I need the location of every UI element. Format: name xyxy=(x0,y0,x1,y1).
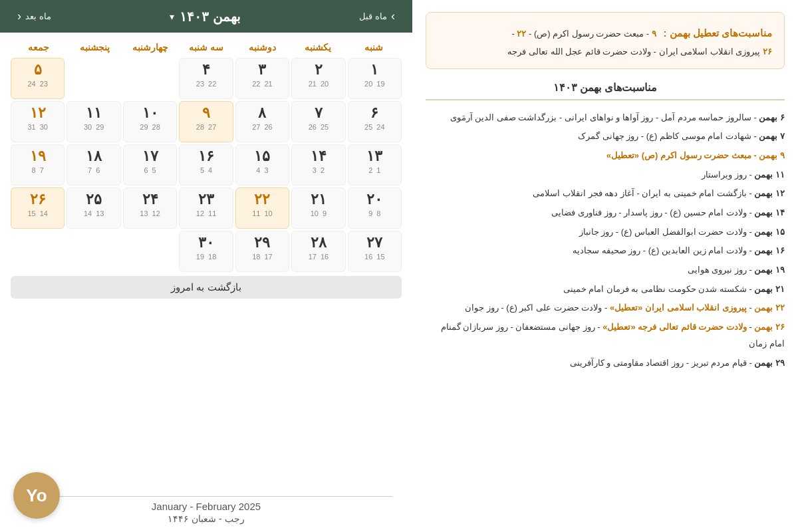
cal-day-21[interactable]: ۲۱ 910 xyxy=(291,188,345,229)
section-divider xyxy=(426,99,785,100)
nav-center: بهمن ۱۴۰۳ ▾ xyxy=(170,9,241,25)
weekday-tuesday: سه شنبه xyxy=(178,39,234,55)
calendar-grid-wrap: شنبه یکشنبه دوشنبه سه شنبه چهارشنبه پنجش… xyxy=(0,33,412,488)
cal-day-28[interactable]: ۲۸ 1617 xyxy=(291,231,345,272)
cal-day-18[interactable]: ۱۸ 67 xyxy=(66,144,120,186)
event-item: ۷ بهمن - شهادت امام موسی کاظم (ع) - روز … xyxy=(426,128,785,145)
cal-day-7[interactable]: ۷ 2526 xyxy=(291,101,345,142)
cal-day-23[interactable]: ۲۳ 1112 xyxy=(179,188,233,229)
holidays-header-title: مناسبت‌های تعطیل بهمن : xyxy=(664,27,773,39)
cal-day-25[interactable]: ۲۵ 1314 xyxy=(66,188,120,229)
empty-cell xyxy=(11,231,65,272)
avatar-initials: Yo xyxy=(26,485,47,506)
cal-day-1[interactable]: ۱ 1920 xyxy=(348,58,402,99)
chevron-right-icon: › xyxy=(391,9,395,23)
cal-day-5-empty xyxy=(123,58,177,99)
chevron-left-icon: ‹ xyxy=(17,9,21,23)
weekday-wednesday: چهارشنبه xyxy=(122,39,178,55)
footer-gregorian: January - February 2025 xyxy=(0,501,412,512)
cal-day-14[interactable]: ۱۴ 23 xyxy=(291,144,345,186)
cal-day-26[interactable]: ۲۶ 1415 xyxy=(11,188,65,229)
cal-day-15[interactable]: ۱۵ 34 xyxy=(235,144,289,186)
cal-day-2[interactable]: ۲ 2021 xyxy=(291,58,345,99)
event-item: ۱۵ بهمن - ولادت حضرت ابوالفضل العباس (ع)… xyxy=(426,224,785,241)
events-list: ۶ بهمن - سالروز حماسه مردم آمل - روز آوا… xyxy=(426,110,785,372)
calendar-nav: › ماه قبل بهمن ۱۴۰۳ ▾ ماه بعد ‹ xyxy=(0,0,412,33)
cal-day-9[interactable]: ۹ 2728 xyxy=(179,101,233,142)
weekday-friday: جمعه xyxy=(11,39,66,55)
calendar-grid: ۱ 1920 ۲ 2021 ۳ 2122 ۴ 2223 ۵ 2324 xyxy=(11,58,402,272)
cal-day-11[interactable]: ۱۱ 2930 xyxy=(66,101,120,142)
left-panel: مناسبت‌های تعطیل بهمن : ۹ - مبعث حضرت رس… xyxy=(412,0,798,532)
cal-day-10[interactable]: ۱۰ 2829 xyxy=(123,101,177,142)
cal-day-17[interactable]: ۱۷ 56 xyxy=(123,144,177,186)
month-title: بهمن ۱۴۰۳ xyxy=(180,9,241,25)
footer-hijri: رجب - شعبان ۱۴۴۶ xyxy=(0,513,412,524)
cal-day-8[interactable]: ۸ 2627 xyxy=(235,101,289,142)
weekday-monday: دوشنبه xyxy=(234,39,290,55)
cal-day-22[interactable]: ۲۲ 1011 xyxy=(235,188,289,229)
holidays-header: مناسبت‌های تعطیل بهمن : ۹ - مبعث حضرت رس… xyxy=(426,12,785,69)
cal-day-24[interactable]: ۲۴ 1213 xyxy=(123,188,177,229)
event-item: ۲۹ بهمن - قیام مردم تبریز - روز اقتصاد م… xyxy=(426,355,785,372)
avatar[interactable]: Yo xyxy=(13,472,60,519)
empty-cell xyxy=(123,231,177,272)
event-item-holiday: ۲۶ بهمن - ولادت حضرت قائم تعالی فرجه «تع… xyxy=(426,319,785,352)
cal-day-13[interactable]: ۱۳ 12 xyxy=(348,144,402,186)
calendar-footer: January - February 2025 رجب - شعبان ۱۴۴۶ xyxy=(0,488,412,532)
cal-day-20[interactable]: ۲۰ 89 xyxy=(348,188,402,229)
cal-day-5[interactable]: ۵ 2324 xyxy=(11,58,65,99)
cal-day-4[interactable]: ۴ 2223 xyxy=(179,58,233,99)
cal-day-3[interactable]: ۳ 2122 xyxy=(235,58,289,99)
cal-day-16[interactable]: ۱۶ 45 xyxy=(179,144,233,186)
cal-day-27[interactable]: ۲۷ 1516 xyxy=(348,231,402,272)
prev-month-button[interactable]: › ماه قبل xyxy=(352,7,402,26)
event-item: ۲۱ بهمن - شکسته شدن حکومت نظامی به فرمان… xyxy=(426,281,785,298)
chevron-down-icon[interactable]: ▾ xyxy=(170,11,174,22)
next-month-button[interactable]: ماه بعد ‹ xyxy=(11,7,58,26)
cal-day-5-empty2 xyxy=(66,58,120,99)
cal-day-12[interactable]: ۱۲ 3031 xyxy=(11,101,65,142)
today-button[interactable]: بازگشت به امروز xyxy=(11,276,402,299)
event-item-holiday: ۹ بهمن - مبعث حضرت رسول اکرم (ص) «تعطیل» xyxy=(426,148,785,164)
event-item: ۱۴ بهمن - ولادت امام حسین (ع) - روز پاسد… xyxy=(426,205,785,221)
event-item: ۱۹ بهمن - روز نیروی هوایی xyxy=(426,262,785,279)
event-item: ۱۶ بهمن - ولادت امام زین العابدین (ع) - … xyxy=(426,243,785,259)
header-holiday-line-2: ۲۶ پیروزی انقلاب اسلامی ایران - ولادت حض… xyxy=(438,45,772,59)
cal-day-29[interactable]: ۲۹ 1718 xyxy=(235,231,289,272)
right-panel: › ماه قبل بهمن ۱۴۰۳ ▾ ماه بعد ‹ شنبه یکش… xyxy=(0,0,412,532)
event-item: ۶ بهمن - سالروز حماسه مردم آمل - روز آوا… xyxy=(426,110,785,126)
event-item: ۱۲ بهمن - بازگشت امام خمینی به ایران - آ… xyxy=(426,186,785,202)
weekday-sunday: یکشنبه xyxy=(290,39,346,55)
weekday-headers: شنبه یکشنبه دوشنبه سه شنبه چهارشنبه پنجش… xyxy=(11,39,402,55)
weekday-saturday: شنبه xyxy=(346,39,402,55)
footer-divider xyxy=(20,496,392,497)
cal-day-30[interactable]: ۳۰ 1819 xyxy=(179,231,233,272)
cal-day-6[interactable]: ۶ 2425 xyxy=(348,101,402,142)
header-holiday-line-1: مناسبت‌های تعطیل بهمن : ۹ - مبعث حضرت رس… xyxy=(438,25,772,42)
weekday-thursday: پنجشنبه xyxy=(66,39,122,55)
event-item: ۱۱ بهمن - روز ویراستار xyxy=(426,167,785,184)
empty-cell xyxy=(66,231,120,272)
section-title: مناسبت‌های بهمن ۱۴۰۳ xyxy=(426,81,785,94)
cal-day-19[interactable]: ۱۹ 78 xyxy=(11,144,65,186)
event-item-holiday: ۲۲ بهمن - پیروزی انقلاب اسلامی ایران «تع… xyxy=(426,300,785,317)
